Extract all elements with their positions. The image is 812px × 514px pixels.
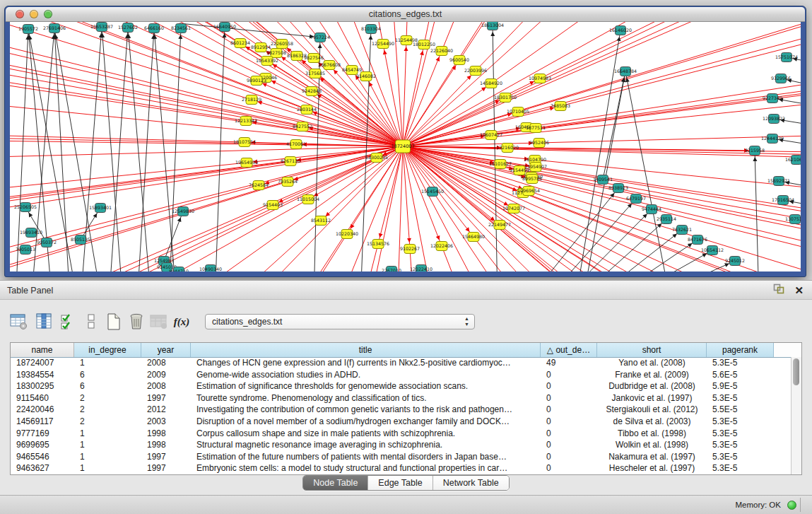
table-cell[interactable]: 1997 (141, 451, 191, 463)
memory-ok-indicator[interactable] (787, 501, 796, 510)
table-cell[interactable]: Hescheler et al. (1997) (597, 462, 707, 474)
table-row[interactable]: 977716911998Corpus callosum shape and si… (11, 428, 791, 440)
table-cell[interactable]: 1 (74, 462, 141, 474)
table-cell[interactable]: 0 (541, 416, 597, 428)
table-cell[interactable]: 0 (541, 380, 597, 392)
table-cell[interactable]: 2009 (141, 369, 191, 381)
table-cell[interactable]: 18724007 (11, 357, 74, 369)
network-canvas[interactable]: 8601234891295422260558982750881863281054… (10, 22, 801, 271)
scrollbar-thumb[interactable] (793, 358, 799, 385)
table-cell[interactable]: 0 (541, 369, 597, 381)
table-cell[interactable]: 2 (74, 404, 141, 416)
table-cell[interactable]: 5.3E-5 (707, 357, 774, 369)
table-cell[interactable]: 5.5E-5 (707, 404, 774, 416)
table-cell[interactable]: 2008 (141, 357, 191, 369)
table-cell[interactable]: 1997 (141, 392, 191, 404)
table-row[interactable]: 1830029562008Estimation of significance … (11, 380, 791, 392)
column-header-title[interactable]: title (191, 343, 541, 357)
table-cell[interactable]: 1998 (141, 439, 191, 451)
column-header-out_de[interactable]: △ out_de… (541, 343, 597, 357)
tab-network-table[interactable]: Network Table (433, 476, 509, 490)
table-row[interactable]: 946362711997Embryonic stem cells: a mode… (11, 462, 791, 474)
table-cell[interactable]: 1997 (141, 462, 191, 474)
float-panel-icon[interactable] (773, 284, 784, 297)
table-cell[interactable]: 18300295 (11, 380, 74, 392)
table-cell[interactable]: 0 (541, 428, 597, 440)
table-cell[interactable]: 1 (74, 357, 141, 369)
column-header-year[interactable]: year (141, 343, 191, 357)
column-header-short[interactable]: short (597, 343, 707, 357)
table-cell[interactable]: Jankovic et al. (1997) (597, 392, 707, 404)
table-cell[interactable]: 22420046 (11, 404, 74, 416)
table-row[interactable]: 1938455462009Genome-wide association stu… (11, 369, 791, 381)
table-cell[interactable]: 9777169 (11, 428, 74, 440)
table-cell[interactable]: 5.9E-5 (707, 380, 774, 392)
table-cell[interactable]: Stergiakouli et al. (2012) (597, 404, 707, 416)
table-row[interactable]: 2242004622012Investigating the contribut… (11, 404, 791, 416)
table-select-dropdown[interactable]: citations_edges.txt ▲▼ (205, 314, 475, 329)
unselect-all-icon[interactable] (81, 311, 102, 332)
table-cell[interactable]: Changes of HCN gene expression and I(f) … (191, 357, 541, 369)
table-row[interactable]: 911546021997Tourette syndrome. Phenomeno… (11, 392, 791, 404)
table-cell[interactable]: 5.3E-5 (707, 392, 774, 404)
table-cell[interactable]: de Silva et al. (2003) (597, 416, 707, 428)
table-row[interactable]: 1456911722003Disruption of a novel membe… (11, 416, 791, 428)
table-cell[interactable]: 2 (74, 416, 141, 428)
table-cell[interactable]: 0 (541, 439, 597, 451)
column-header-name[interactable]: name (11, 343, 74, 357)
table-cell[interactable]: 1 (74, 439, 141, 451)
table-cell[interactable]: Structural magnetic resonance image aver… (191, 439, 541, 451)
new-column-icon[interactable] (103, 311, 124, 332)
table-cell[interactable]: 9465546 (11, 451, 74, 463)
show-columns-icon[interactable] (34, 311, 55, 332)
table-row[interactable]: 969969511998Structural magnetic resonanc… (11, 439, 791, 451)
table-cell[interactable]: 5.3E-5 (707, 451, 774, 463)
table-cell[interactable]: Nakamura et al. (1997) (597, 451, 707, 463)
table-cell[interactable]: 0 (541, 404, 597, 416)
table-cell[interactable]: 9463627 (11, 462, 74, 474)
table-cell[interactable]: Estimation of significance thresholds fo… (191, 380, 541, 392)
table-cell[interactable]: 5.3E-5 (707, 462, 774, 474)
table-cell[interactable]: Estimation of the future numbers of pati… (191, 451, 541, 463)
table-cell[interactable]: 49 (541, 357, 597, 369)
table-cell[interactable]: 0 (541, 392, 597, 404)
table-cell[interactable]: 5.3E-5 (707, 439, 774, 451)
table-cell[interactable]: 0 (541, 462, 597, 474)
column-header-in_degree[interactable]: in_degree (74, 343, 141, 357)
table-cell[interactable]: Embryonic stem cells: a model to study s… (191, 462, 541, 474)
table-cell[interactable]: Investigating the contribution of common… (191, 404, 541, 416)
table-cell[interactable]: 2 (74, 392, 141, 404)
table-cell[interactable]: Disruption of a novel member of a sodium… (191, 416, 541, 428)
column-header-pagerank[interactable]: pagerank (707, 343, 774, 357)
table-cell[interactable]: Genome-wide association studies in ADHD. (191, 369, 541, 381)
table-cell[interactable]: 6 (74, 380, 141, 392)
table-cell[interactable]: 6 (74, 369, 141, 381)
table-cell[interactable]: 1 (74, 428, 141, 440)
table-cell[interactable]: 9115460 (11, 392, 74, 404)
table-cell[interactable]: 0 (541, 451, 597, 463)
delete-column-icon[interactable] (126, 311, 147, 332)
table-cell[interactable]: 2012 (141, 404, 191, 416)
select-all-icon[interactable] (58, 311, 79, 332)
table-cell[interactable]: 19384554 (11, 369, 74, 381)
tab-node-table[interactable]: Node Table (303, 476, 368, 490)
table-cell[interactable]: 14569117 (11, 416, 74, 428)
table-scrollbar[interactable] (791, 357, 801, 474)
function-builder-icon[interactable]: f(x) (171, 311, 192, 332)
table-cell[interactable]: Yano et al. (2008) (597, 357, 707, 369)
table-cell[interactable]: Wolkin et al. (1998) (597, 439, 707, 451)
table-cell[interactable]: 5.3E-5 (707, 428, 774, 440)
table-cell[interactable]: 2008 (141, 380, 191, 392)
table-cell[interactable]: Franke et al. (2009) (597, 369, 707, 381)
window-titlebar[interactable]: citations_edges.txt (6, 7, 805, 22)
table-mode-icon[interactable] (8, 311, 30, 332)
table-cell[interactable]: 1998 (141, 428, 191, 440)
table-cell[interactable]: 5.3E-5 (707, 416, 774, 428)
table-cell[interactable]: 2003 (141, 416, 191, 428)
table-row[interactable]: 946554611997Estimation of the future num… (11, 451, 791, 463)
close-panel-icon[interactable]: ✕ (794, 284, 804, 297)
table-cell[interactable]: Tourette syndrome. Phenomenology and cla… (191, 392, 541, 404)
table-cell[interactable]: 1 (74, 451, 141, 463)
table-cell[interactable]: Corpus callosum shape and size in male p… (191, 428, 541, 440)
table-cell[interactable]: Dudbridge et al. (2008) (597, 380, 707, 392)
